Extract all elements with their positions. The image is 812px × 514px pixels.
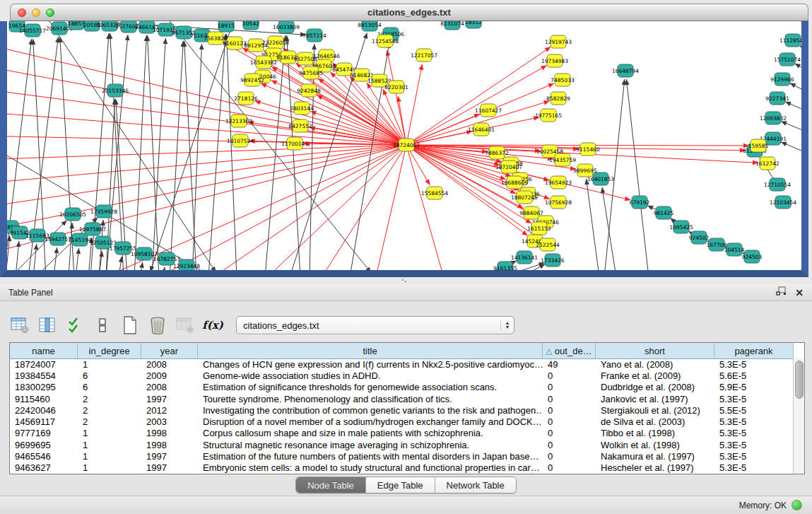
graph-node[interactable]: 159585 bbox=[748, 139, 769, 152]
tab-edge-table[interactable]: Edge Table bbox=[366, 477, 435, 493]
function-builder-icon[interactable]: f(x) bbox=[203, 315, 223, 335]
node-label: 19775165 bbox=[535, 112, 562, 119]
table-scrollbar[interactable] bbox=[793, 358, 804, 474]
select-columns-icon[interactable] bbox=[37, 315, 57, 335]
graph-node[interactable]: 924503 bbox=[742, 250, 763, 263]
tab-network-table[interactable]: Network Table bbox=[435, 477, 516, 493]
table-row[interactable]: 946362711997Embryonic stem cells: a mode… bbox=[10, 462, 794, 474]
graph-node[interactable]: 10756928 bbox=[545, 196, 572, 209]
graph-node[interactable]: 8131074 bbox=[440, 21, 464, 30]
table-row[interactable]: 1456911722003Disruption of a novel membe… bbox=[10, 416, 794, 427]
table-cell: 1997 bbox=[141, 451, 198, 462]
red-edge[interactable] bbox=[406, 64, 422, 145]
black-edge[interactable] bbox=[192, 44, 202, 270]
graph-node[interactable]: 19734983 bbox=[541, 54, 568, 67]
table-cell: 1998 bbox=[141, 428, 198, 438]
black-edge[interactable] bbox=[626, 79, 649, 270]
row-height-icon[interactable] bbox=[93, 315, 112, 335]
column-header-short[interactable]: short bbox=[596, 343, 714, 358]
graph-node[interactable]: 18915 bbox=[218, 21, 235, 32]
graph-node[interactable]: 2718126 bbox=[234, 92, 258, 105]
black-edge[interactable] bbox=[152, 38, 165, 270]
node-label: 12646546 bbox=[313, 53, 340, 59]
table-select-dropdown[interactable]: citations_edges.txt ▲▼ bbox=[236, 316, 514, 334]
graph-node[interactable]: 12710554 bbox=[764, 178, 791, 191]
black-edge[interactable] bbox=[587, 179, 599, 270]
graph-node[interactable]: 12217057 bbox=[411, 49, 437, 62]
graph-node[interactable]: 679192 bbox=[630, 196, 650, 209]
graph-node[interactable]: 15584554 bbox=[421, 187, 448, 199]
graph-node[interactable]: 16648794 bbox=[612, 64, 639, 77]
graph-node[interactable]: 20206505 bbox=[59, 208, 86, 221]
column-header-name[interactable]: name bbox=[10, 343, 78, 358]
column-header-out_de[interactable]: △out_de… bbox=[543, 343, 596, 358]
table-cell: 2008 bbox=[141, 382, 198, 392]
table-cell: 5.5E-5 bbox=[714, 405, 794, 416]
table-settings-icon[interactable] bbox=[10, 315, 30, 335]
graph-node[interactable]: 9227341 bbox=[765, 92, 789, 105]
graph-node[interactable]: 8582829 bbox=[546, 92, 570, 105]
graph-node[interactable]: 8813054 bbox=[358, 21, 382, 31]
graph-node[interactable]: 7857214 bbox=[302, 29, 326, 42]
column-header-in_degree[interactable]: in_degree bbox=[78, 343, 141, 358]
red-edge[interactable] bbox=[318, 145, 406, 270]
status-bar: Memory: OK bbox=[0, 496, 812, 514]
graph-node[interactable]: 11700141 bbox=[281, 137, 308, 150]
table-row[interactable]: 2242004622012Investigating the contribut… bbox=[10, 404, 794, 416]
graph-node[interactable]: 10542 bbox=[242, 21, 259, 30]
delete-trash-icon[interactable] bbox=[148, 315, 167, 335]
graph-node[interactable]: 19775165 bbox=[535, 109, 562, 122]
black-edge[interactable] bbox=[151, 21, 233, 270]
panel-resize-handle[interactable] bbox=[401, 279, 408, 283]
black-edge[interactable] bbox=[69, 223, 72, 270]
table-row[interactable]: 946554611997Estimation of the future num… bbox=[10, 450, 794, 462]
table-row[interactable]: 1938455462009Genome-wide association stu… bbox=[10, 370, 794, 381]
column-header-pagerank[interactable]: pagerank bbox=[714, 343, 794, 358]
table-cell: 0 bbox=[543, 382, 596, 392]
graph-node[interactable]: 17359928 bbox=[90, 205, 117, 218]
table-row[interactable]: 969969511998Structural magnetic resonanc… bbox=[10, 439, 794, 450]
graph-node[interactable]: 12213363 bbox=[225, 115, 252, 127]
graph-node[interactable]: 18853 bbox=[68, 21, 85, 30]
network-graph-canvas[interactable]: 1965414055717206914061885320595106532871… bbox=[7, 21, 801, 270]
graph-node[interactable]: 981425 bbox=[654, 206, 674, 219]
node-label: 15751074 bbox=[774, 57, 801, 63]
graph-node[interactable]: 20153346 bbox=[102, 84, 129, 97]
graph-node[interactable]: 19654923 bbox=[545, 176, 572, 189]
float-panel-icon[interactable] bbox=[776, 286, 787, 299]
node-label: 7857214 bbox=[302, 33, 326, 39]
graph-node[interactable]: 11128540 bbox=[779, 34, 801, 47]
graph-node[interactable]: 2803144 bbox=[290, 102, 314, 115]
graph-node[interactable]: 12919743 bbox=[545, 35, 572, 48]
graph-node[interactable]: 16033809 bbox=[273, 21, 300, 33]
scrollbar-thumb[interactable] bbox=[795, 361, 804, 399]
table-cell: 19384554 bbox=[10, 370, 78, 381]
table-cell: de Silva et al. (2003) bbox=[596, 416, 714, 427]
red-edge[interactable] bbox=[406, 145, 445, 270]
column-header-title[interactable]: title bbox=[198, 343, 543, 358]
table-row[interactable]: 1830029562008Estimation of significance … bbox=[10, 382, 794, 393]
black-edge[interactable] bbox=[184, 41, 196, 270]
table-cell: 49 bbox=[543, 359, 596, 370]
black-edge[interactable] bbox=[227, 34, 237, 270]
table-cell: 1998 bbox=[141, 440, 198, 450]
network-window-titlebar[interactable]: citations_edges.txt bbox=[10, 4, 808, 21]
table-row[interactable]: 1872400712008Changes of HCN gene express… bbox=[10, 358, 794, 370]
black-edge[interactable] bbox=[170, 41, 183, 270]
tab-node-table[interactable]: Node Table bbox=[296, 477, 366, 493]
column-header-year[interactable]: year bbox=[141, 343, 198, 358]
graph-node[interactable]: 12103454 bbox=[770, 196, 796, 209]
graph-node[interactable]: 7485033 bbox=[551, 74, 575, 86]
table-row[interactable]: 977716911998Corpus callosum shape and si… bbox=[10, 428, 794, 439]
black-edge[interactable] bbox=[49, 21, 216, 270]
graph-node[interactable]: 18312 bbox=[465, 21, 482, 28]
selection-mode-icon[interactable] bbox=[65, 315, 85, 335]
create-table-icon[interactable] bbox=[120, 315, 140, 335]
graph-node[interactable]: 1612742 bbox=[755, 157, 779, 170]
table-cell: 22420046 bbox=[10, 405, 78, 416]
delete-table-icon[interactable] bbox=[175, 315, 195, 335]
red-edge[interactable] bbox=[205, 145, 406, 270]
close-panel-icon[interactable]: ✕ bbox=[795, 287, 804, 298]
table-row[interactable]: 911546021997Tourette syndrome. Phenomeno… bbox=[10, 393, 794, 404]
black-edge[interactable] bbox=[148, 35, 159, 270]
